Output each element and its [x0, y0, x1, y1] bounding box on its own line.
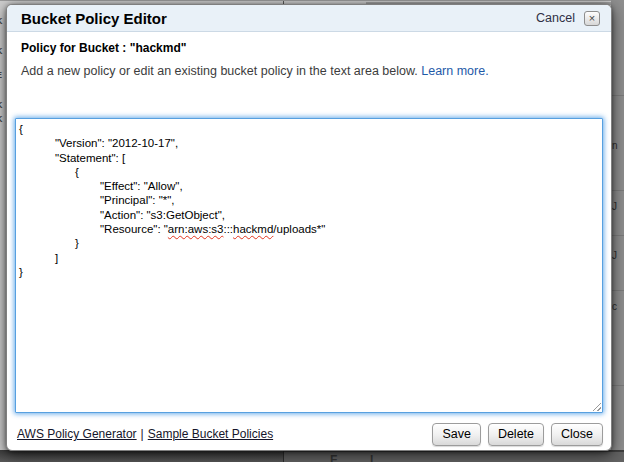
policy-line-resource: "Resource": "arn:aws:s3:::hackmd/uploads… — [16, 222, 602, 236]
footer-buttons: Save Delete Close — [432, 423, 603, 446]
policy-line: "Action": "s3:GetObject", — [16, 208, 602, 222]
cancel-link[interactable]: Cancel — [536, 11, 575, 25]
sample-bucket-policies-link[interactable]: Sample Bucket Policies — [148, 427, 273, 441]
close-icon[interactable]: × — [584, 11, 600, 26]
policy-line: ] — [16, 251, 602, 265]
background-page-bottom-edge: F l — [0, 450, 624, 462]
textarea-resize-grip-icon[interactable] — [590, 400, 601, 411]
background-text-fragment: K — [0, 114, 3, 124]
background-text-fragment: c — [612, 301, 617, 312]
bucket-policy-editor-dialog: Bucket Policy Editor Cancel × Policy for… — [6, 4, 612, 451]
dialog-description: Add a new policy or edit an existing buc… — [21, 64, 597, 78]
spellcheck-underline: arn:aws:s3 — [168, 223, 224, 235]
description-text: Add a new policy or edit an existing buc… — [21, 64, 421, 78]
policy-line: { — [16, 165, 602, 179]
spellcheck-underline: hackmd — [233, 223, 273, 235]
background-text-fragment: J — [612, 201, 617, 212]
background-text-fragment: J — [612, 250, 617, 261]
close-button[interactable]: Close — [551, 423, 603, 446]
background-page-right-edge: n J J c — [611, 0, 624, 462]
policy-line: "Version": "2012-10-17", — [16, 136, 602, 150]
aws-policy-generator-link[interactable]: AWS Policy Generator — [17, 427, 137, 441]
background-text-fragment: F — [330, 453, 337, 462]
policy-line: } — [16, 236, 602, 250]
dialog-footer: AWS Policy Generator|Sample Bucket Polic… — [15, 421, 603, 447]
policy-line: "Statement": [ — [16, 151, 602, 165]
save-button[interactable]: Save — [432, 423, 481, 446]
policy-line: } — [16, 265, 602, 279]
policy-for-bucket-label: Policy for Bucket : "hackmd" — [21, 41, 597, 55]
policy-line: "Principal": "*", — [16, 193, 602, 207]
dialog-header: Bucket Policy Editor Cancel × — [7, 5, 611, 32]
policy-line: "Effect": "Allow", — [16, 179, 602, 193]
background-column-divider — [283, 450, 284, 462]
policy-line: { — [16, 122, 602, 136]
learn-more-link[interactable]: Learn more. — [421, 64, 488, 78]
policy-textarea[interactable]: { "Version": "2012-10-17", "Statement": … — [15, 118, 603, 413]
dialog-title: Bucket Policy Editor — [21, 10, 536, 27]
background-text-fragment: K — [0, 100, 3, 110]
background-text-fragment: n — [612, 140, 618, 151]
background-text-fragment: K — [0, 46, 3, 56]
link-separator: | — [141, 427, 144, 441]
footer-links: AWS Policy Generator|Sample Bucket Polic… — [15, 427, 273, 441]
background-text-fragment: E — [0, 70, 2, 80]
background-text-fragment: K — [0, 16, 3, 26]
background-text-fragment: l — [370, 453, 373, 462]
delete-button[interactable]: Delete — [488, 423, 544, 446]
